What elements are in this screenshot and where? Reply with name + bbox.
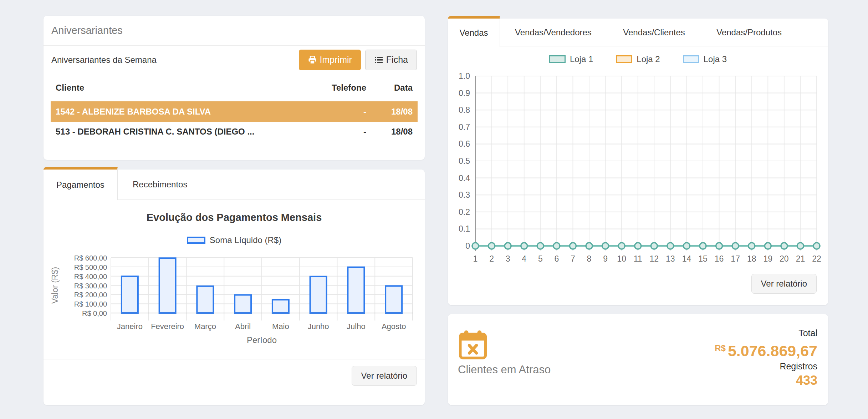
legend-label: Loja 1 [570, 54, 593, 64]
col-header-telefone: Telefone [306, 83, 366, 93]
imprimir-button[interactable]: Imprimir [299, 50, 361, 70]
svg-text:4: 4 [522, 254, 526, 263]
ficha-label: Ficha [386, 55, 408, 65]
subtitle: Aniversariantes da Semana [51, 55, 299, 65]
tab-vendas-vendedores[interactable]: Vendas/Vendedores [500, 19, 607, 46]
svg-text:Fevereiro: Fevereiro [151, 322, 184, 331]
card-header: Aniversariantes [44, 16, 425, 46]
calendar-times-icon [458, 330, 488, 361]
svg-text:12: 12 [649, 254, 659, 263]
dashboard: Aniversariantes Aniversariantes da Seman… [0, 0, 868, 419]
svg-text:14: 14 [682, 254, 691, 263]
currency: R$ [715, 343, 726, 353]
svg-text:Julho: Julho [347, 322, 366, 331]
aniversariantes-card: Aniversariantes Aniversariantes da Seman… [44, 16, 425, 160]
table-row[interactable]: 1542 - ALBENIZE BARBOSA DA SILVA - 18/08 [51, 101, 418, 122]
total-label: Total [715, 327, 817, 339]
cell-cliente: 1542 - ALBENIZE BARBOSA DA SILVA [56, 107, 306, 117]
svg-text:R$ 100,00: R$ 100,00 [74, 300, 107, 308]
svg-text:Março: Março [194, 322, 216, 331]
legend-swatch-loja3 [683, 55, 699, 63]
svg-text:0.5: 0.5 [459, 156, 470, 166]
svg-text:21: 21 [796, 254, 805, 263]
svg-text:Maio: Maio [272, 322, 289, 331]
svg-text:0.1: 0.1 [459, 224, 470, 233]
svg-text:0.8: 0.8 [459, 105, 470, 115]
svg-text:0.3: 0.3 [459, 190, 470, 200]
svg-text:Período: Período [247, 335, 277, 345]
col-header-data: Data [366, 83, 413, 93]
svg-text:0.4: 0.4 [459, 173, 470, 183]
svg-text:6: 6 [554, 254, 559, 263]
pagamentos-card: Pagamentos Recebimentos Evolução dos Pag… [44, 170, 425, 405]
legend-swatch-loja1 [549, 55, 566, 63]
line-chart-legend: Loja 1 Loja 2 Loja 3 [448, 54, 828, 64]
legend-label: Soma Líquido (R$) [210, 235, 281, 245]
cell-telefone: - [306, 107, 366, 117]
col-header-cliente: Cliente [56, 83, 306, 93]
svg-text:2: 2 [489, 254, 494, 263]
svg-text:13: 13 [666, 254, 675, 263]
vendas-card: Vendas Vendas/Vendedores Vendas/Clientes… [448, 19, 828, 305]
pagamentos-bar-chart: R$ 0,00R$ 100,00R$ 200,00R$ 300,00R$ 400… [44, 251, 425, 351]
svg-text:17: 17 [731, 254, 740, 263]
ficha-button[interactable]: Ficha [365, 50, 417, 70]
ver-relatorio-button[interactable]: Ver relatório [751, 274, 817, 294]
svg-text:9: 9 [603, 254, 608, 263]
bar-chart-title: Evolução dos Pagamentos Mensais [44, 212, 425, 223]
svg-text:R$ 200,00: R$ 200,00 [74, 291, 107, 299]
svg-text:10: 10 [617, 254, 626, 263]
aniversariantes-sub-header: Aniversariantes da Semana Imprimir Ficha [44, 46, 425, 74]
pagamentos-tabstrip: Pagamentos Recebimentos [44, 170, 425, 200]
svg-text:0: 0 [465, 241, 470, 251]
svg-text:0.6: 0.6 [459, 139, 470, 148]
tab-pagamentos[interactable]: Pagamentos [44, 167, 118, 200]
legend-swatch-loja2 [616, 55, 632, 63]
svg-text:Janeiro: Janeiro [117, 322, 143, 331]
list-icon [374, 55, 383, 65]
total-value: R$5.076.869,67 [715, 339, 817, 360]
bar-chart-legend: Soma Líquido (R$) [44, 235, 425, 245]
printer-icon [308, 55, 317, 65]
registros-value: 433 [715, 372, 817, 389]
vendas-line-chart: 00.10.20.30.40.50.60.70.80.91.0123456789… [448, 70, 828, 266]
legend-swatch-soma-liquido [187, 237, 205, 244]
svg-text:0.9: 0.9 [459, 89, 470, 98]
table-header: Cliente Telefone Data [51, 74, 418, 101]
card-title: Aniversariantes [51, 25, 123, 36]
cell-data: 18/08 [366, 107, 413, 117]
svg-text:0.2: 0.2 [459, 207, 470, 217]
legend-label: Loja 2 [637, 54, 660, 64]
aniversariantes-table: Cliente Telefone Data 1542 - ALBENIZE BA… [44, 74, 425, 142]
svg-text:19: 19 [763, 254, 772, 263]
clientes-atraso-card: Clientes em Atraso Total R$5.076.869,67 … [448, 314, 828, 405]
svg-text:18: 18 [747, 254, 756, 263]
cell-telefone: - [306, 127, 366, 137]
svg-text:1.0: 1.0 [459, 71, 470, 81]
svg-text:15: 15 [698, 254, 708, 263]
pagamentos-footer: Ver relatório [44, 359, 425, 392]
vendas-tabstrip: Vendas Vendas/Vendedores Vendas/Clientes… [448, 19, 828, 46]
legend-label: Loja 3 [704, 54, 727, 64]
svg-text:R$ 500,00: R$ 500,00 [74, 263, 107, 271]
svg-text:Valor (R$): Valor (R$) [50, 267, 60, 304]
svg-text:8: 8 [587, 254, 592, 263]
ver-relatorio-button[interactable]: Ver relatório [352, 366, 417, 386]
table-row[interactable]: 513 - DEBORAH CRISTINA C. SANTOS (DIEGO … [51, 122, 418, 142]
svg-text:R$ 300,00: R$ 300,00 [74, 282, 107, 290]
imprimir-label: Imprimir [320, 55, 352, 65]
tab-recebimentos[interactable]: Recebimentos [118, 170, 202, 200]
svg-text:11: 11 [634, 254, 642, 263]
svg-text:7: 7 [571, 254, 575, 263]
svg-text:Agosto: Agosto [382, 322, 406, 331]
svg-text:5: 5 [538, 254, 543, 263]
cell-data: 18/08 [366, 127, 413, 137]
tab-vendas-produtos[interactable]: Vendas/Produtos [701, 19, 797, 46]
tab-vendas-clientes[interactable]: Vendas/Clientes [608, 19, 700, 46]
svg-text:R$ 0,00: R$ 0,00 [82, 309, 107, 317]
svg-text:16: 16 [715, 254, 724, 263]
vendas-footer: Ver relatório [448, 268, 828, 299]
tab-vendas[interactable]: Vendas [448, 16, 500, 47]
svg-text:0.7: 0.7 [459, 122, 470, 132]
clientes-atraso-title: Clientes em Atraso [458, 363, 551, 376]
